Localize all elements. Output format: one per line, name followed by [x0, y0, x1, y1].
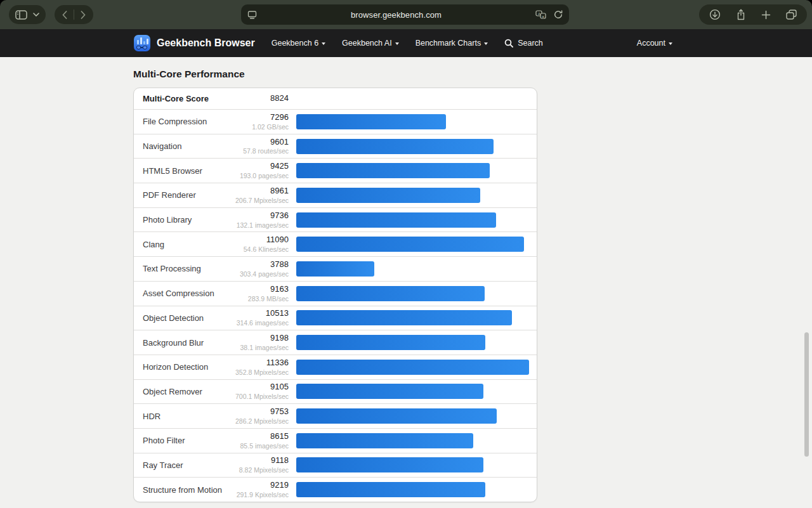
benchmark-name: Text Processing: [143, 264, 232, 273]
benchmark-bar: [296, 261, 374, 277]
benchmark-rate: 352.8 Mpixels/sec: [232, 368, 289, 376]
benchmark-score: 8615: [232, 432, 289, 441]
benchmark-row: Object Remover 9105 700.1 Mpixels/sec: [134, 379, 537, 404]
benchmark-score: 9105: [232, 382, 289, 392]
scrollbar-thumb[interactable]: [804, 332, 809, 457]
benchmark-rate: 1.02 GB/sec: [232, 123, 289, 131]
nav-item-geekbench-6[interactable]: Geekbench 6: [272, 39, 325, 48]
nav-item-geekbench-ai[interactable]: Geekbench AI: [342, 39, 399, 48]
chevron-down-icon: [669, 42, 672, 45]
benchmark-score: 9753: [232, 407, 289, 417]
benchmark-name: File Compression: [143, 117, 232, 126]
benchmark-bar: [296, 237, 524, 252]
sidebar-toggle-group[interactable]: [9, 5, 46, 24]
back-icon[interactable]: [62, 11, 67, 19]
translate-icon[interactable]: A a: [535, 10, 546, 19]
benchmark-row: Horizon Detection 11336 352.8 Mpixels/se…: [134, 355, 537, 379]
benchmark-score: 9118: [232, 456, 289, 466]
chevron-down-icon: [322, 42, 325, 45]
benchmark-bar: [296, 384, 483, 399]
benchmark-name: Asset Compression: [143, 289, 232, 298]
download-icon[interactable]: [709, 9, 721, 20]
benchmark-rate: 38.1 images/sec: [232, 344, 289, 351]
toolbar-actions-group: [699, 4, 807, 25]
benchmark-table: Multi-Core Score 8824 File Compression 7…: [133, 88, 537, 502]
benchmark-rate: 193.0 pages/sec: [232, 172, 289, 179]
forward-icon[interactable]: [81, 11, 86, 19]
benchmark-score: 9601: [232, 138, 289, 147]
benchmark-score: 7296: [232, 113, 289, 122]
svg-text:A: A: [538, 12, 540, 16]
benchmark-rate: 291.9 Kpixels/sec: [232, 491, 289, 498]
benchmark-row: Background Blur 9198 38.1 images/sec: [134, 330, 537, 355]
benchmark-bar: [296, 335, 485, 350]
benchmark-name: Photo Filter: [143, 436, 232, 445]
benchmark-bar: [296, 188, 480, 203]
benchmark-score: 9219: [232, 481, 289, 490]
benchmark-bar: [296, 482, 485, 497]
benchmark-score: 3788: [232, 260, 289, 270]
benchmark-rate: 314.6 images/sec: [232, 319, 289, 327]
benchmark-rate: 57.8 routes/sec: [232, 147, 289, 155]
brand-name[interactable]: Geekbench Browser: [157, 37, 255, 49]
benchmark-bar: [296, 408, 497, 424]
url-text[interactable]: browser.geekbench.com: [257, 10, 535, 20]
benchmark-bar: [296, 457, 483, 472]
page-title: Multi-Core Performance: [133, 68, 245, 80]
benchmark-rate: 8.82 Mpixels/sec: [232, 466, 289, 474]
benchmark-bar: [296, 286, 485, 301]
benchmark-rate: 206.7 Mpixels/sec: [232, 197, 289, 204]
benchmark-rate: 132.1 images/sec: [232, 221, 289, 229]
benchmark-rate: 286.2 Mpixels/sec: [232, 417, 289, 425]
new-tab-icon[interactable]: [761, 10, 771, 20]
benchmark-score: 9163: [232, 285, 289, 294]
benchmark-row: Ray Tracer 9118 8.82 Mpixels/sec: [134, 453, 537, 478]
benchmark-rows: File Compression 7296 1.02 GB/sec Naviga…: [134, 109, 537, 502]
page-content: Multi-Core Performance Multi-Core Score …: [0, 57, 812, 508]
address-bar[interactable]: browser.geekbench.com A a: [241, 4, 569, 25]
toolbar-divider: [74, 10, 74, 20]
tab-overview-icon[interactable]: [786, 10, 797, 20]
benchmark-name: Photo Library: [143, 215, 232, 225]
reload-icon[interactable]: [554, 10, 563, 19]
sidebar-icon[interactable]: [15, 10, 27, 20]
benchmark-score: 9425: [232, 162, 289, 171]
benchmark-row: Photo Filter 8615 85.5 images/sec: [134, 428, 537, 453]
benchmark-score: 9198: [232, 334, 289, 343]
chevron-down-icon[interactable]: [33, 13, 39, 16]
benchmark-name: Ray Tracer: [143, 460, 232, 470]
benchmark-bar: [296, 212, 496, 228]
summary-score: 8824: [232, 94, 289, 103]
benchmark-name: Object Remover: [143, 387, 232, 396]
search-icon: [504, 39, 513, 48]
benchmark-score: 9736: [232, 211, 289, 221]
benchmark-name: Clang: [143, 240, 232, 249]
search-link[interactable]: Search: [504, 39, 543, 48]
benchmark-name: HDR: [143, 412, 232, 421]
site-navbar: Geekbench Browser Geekbench 6 Geekbench …: [0, 29, 812, 57]
benchmark-bar: [296, 360, 529, 375]
benchmark-row: HDR 9753 286.2 Mpixels/sec: [134, 403, 537, 428]
geekbench-logo-icon: [134, 35, 150, 51]
share-icon[interactable]: [736, 9, 746, 20]
benchmark-row: Clang 11090 54.6 Klines/sec: [134, 231, 537, 256]
benchmark-row: Object Detection 10513 314.6 images/sec: [134, 306, 537, 330]
safari-window: browser.geekbench.com A a: [0, 0, 812, 508]
benchmark-bar: [296, 310, 512, 325]
page-icon[interactable]: [247, 11, 257, 19]
benchmark-score: 10513: [232, 309, 289, 318]
benchmark-row: File Compression 7296 1.02 GB/sec: [134, 109, 537, 134]
benchmark-bar: [296, 163, 490, 178]
benchmark-rate: 283.9 MB/sec: [232, 295, 289, 303]
nav-item-benchmark-charts[interactable]: Benchmark Charts: [416, 39, 488, 48]
benchmark-score: 11336: [232, 358, 289, 368]
benchmark-row: Text Processing 3788 303.4 pages/sec: [134, 256, 537, 281]
browser-toolbar: browser.geekbench.com A a: [0, 0, 812, 29]
history-nav-group: [55, 5, 93, 24]
benchmark-name: PDF Renderer: [143, 190, 232, 200]
account-menu[interactable]: Account: [637, 39, 672, 48]
brand[interactable]: Geekbench Browser: [134, 35, 255, 51]
benchmark-rate: 303.4 pages/sec: [232, 270, 289, 278]
benchmark-name: HTML5 Browser: [143, 166, 232, 176]
benchmark-row: Asset Compression 9163 283.9 MB/sec: [134, 281, 537, 306]
